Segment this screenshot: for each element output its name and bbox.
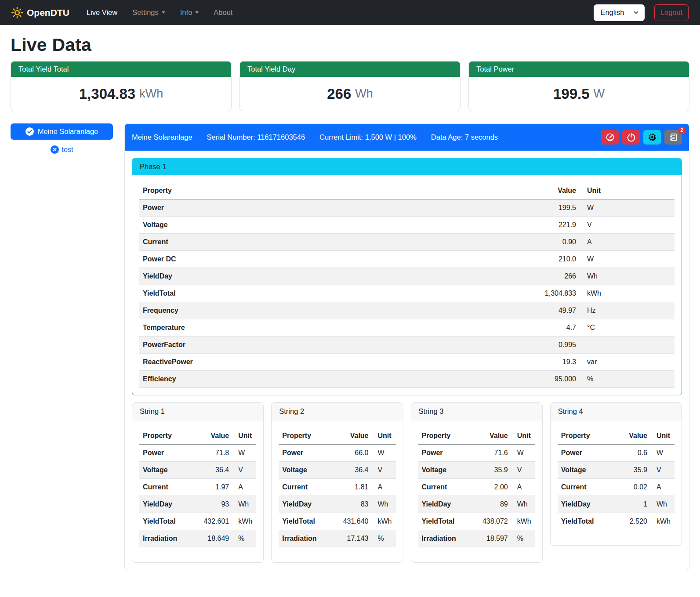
- value-cell: 266: [403, 268, 580, 285]
- table-row: Power199.5W: [139, 199, 675, 217]
- value-cell: 1.81: [331, 479, 372, 496]
- nav-item-about[interactable]: About: [208, 5, 238, 20]
- unit-cell: V: [511, 462, 535, 479]
- phase-1-title: Phase 1: [132, 158, 682, 175]
- unit-cell: kWh: [232, 513, 256, 530]
- limit-settings-button[interactable]: [601, 130, 619, 145]
- device-info-button[interactable]: [643, 130, 661, 145]
- cpu-icon: [648, 133, 657, 142]
- data-age: Data Age: 7 seconds: [431, 133, 498, 141]
- current-limit: Current Limit: 1,500 W | 100%: [319, 133, 417, 141]
- table-row: Current0.90A: [139, 234, 675, 251]
- unit-cell: [580, 336, 675, 354]
- total-yield-total-card: Total Yield Total 1,304.83 kWh: [11, 61, 232, 111]
- inverter-card-header: Meine Solaranlage Serial Number: 1161716…: [125, 124, 689, 151]
- unit-cell: A: [511, 479, 535, 496]
- table-row: YieldDay83Wh: [279, 496, 395, 513]
- property-cell: Current: [418, 479, 471, 496]
- value-column-header: Value: [192, 427, 232, 445]
- property-cell: Voltage: [279, 462, 331, 479]
- property-cell: Power: [139, 199, 403, 217]
- logout-button[interactable]: Logout: [654, 4, 689, 21]
- summary-cards-row: Total Yield Total 1,304.83 kWh Total Yie…: [11, 61, 689, 111]
- string-4-card: String 4 Property Value Unit: [550, 402, 682, 546]
- inverter-name-label: test: [62, 146, 73, 154]
- table-header-row: Property Value Unit: [139, 427, 256, 445]
- value-cell: 71.8: [192, 445, 232, 462]
- total-yield-total-unit: kWh: [139, 87, 163, 101]
- total-yield-total-value: 1,304.83: [79, 86, 135, 102]
- value-cell: 2.00: [470, 479, 511, 496]
- language-value: English: [600, 8, 624, 17]
- unit-cell: Wh: [511, 496, 535, 513]
- table-row: PowerFactor0.995: [139, 336, 675, 354]
- string-4-title: String 4: [551, 403, 682, 420]
- nav-item-live-view[interactable]: Live View: [81, 5, 123, 20]
- value-cell: 199.5: [403, 199, 580, 217]
- unit-cell: A: [232, 479, 256, 496]
- brand[interactable]: OpenDTU: [11, 7, 69, 18]
- string-2-title: String 2: [272, 403, 403, 420]
- unit-cell: %: [580, 371, 675, 388]
- table-header-row: Property Value Unit: [558, 427, 675, 445]
- language-select[interactable]: English: [594, 4, 644, 21]
- property-cell: YieldDay: [558, 496, 615, 513]
- table-row: Current0.02A: [558, 479, 675, 496]
- value-cell: 0.6: [614, 445, 651, 462]
- nav-item-settings[interactable]: Settings: [127, 5, 171, 20]
- page-title: Live Data: [11, 35, 689, 55]
- table-row: Temperature4.7°C: [139, 319, 675, 336]
- property-cell: Irradiation: [139, 530, 192, 547]
- value-cell: 18.649: [192, 530, 232, 547]
- serial-number: Serial Number: 116171603546: [207, 133, 305, 141]
- nav-item-info[interactable]: Info: [174, 5, 205, 20]
- unit-column-header: Unit: [372, 427, 396, 445]
- property-cell: Current: [139, 234, 403, 251]
- total-power-card: Total Power 199.5 W: [468, 61, 689, 111]
- string-1-title: String 1: [132, 403, 263, 420]
- property-cell: Frequency: [139, 302, 403, 319]
- unit-cell: A: [580, 234, 675, 251]
- speedometer-icon: [606, 133, 615, 142]
- value-cell: 93: [192, 496, 232, 513]
- property-cell: Voltage: [139, 462, 192, 479]
- event-count-badge: 2: [678, 127, 686, 134]
- value-cell: 432.601: [192, 513, 232, 530]
- value-cell: 1,304.833: [403, 285, 580, 302]
- inverter-select-link-test[interactable]: test: [11, 145, 113, 154]
- unit-cell: Wh: [372, 496, 396, 513]
- unit-cell: V: [580, 217, 675, 234]
- value-column-header: Value: [403, 182, 580, 199]
- property-cell: Irradiation: [279, 530, 331, 547]
- table-row: YieldTotal432.601kWh: [139, 513, 256, 530]
- inverter-card: Meine Solaranlage Serial Number: 1161716…: [124, 123, 689, 570]
- string-1-table: Property Value Unit Power71.8WVoltage36.…: [139, 427, 256, 547]
- event-log-button[interactable]: 2: [664, 130, 682, 145]
- unit-cell: Wh: [232, 496, 256, 513]
- total-yield-day-card: Total Yield Day 266 Wh: [239, 61, 461, 111]
- value-cell: 89: [470, 496, 511, 513]
- string-3-title: String 3: [411, 403, 542, 420]
- property-cell: ReactivePower: [139, 354, 403, 371]
- unit-cell: W: [232, 445, 256, 462]
- inverter-select-button-active[interactable]: Meine Solaranlage: [11, 123, 113, 140]
- unit-cell: V: [651, 462, 675, 479]
- string-2-table: Property Value Unit Power66.0WVoltage36.…: [279, 427, 395, 547]
- unit-cell: %: [232, 530, 256, 547]
- power-toggle-button[interactable]: [622, 130, 640, 145]
- table-row: Current1.81A: [279, 479, 395, 496]
- sun-icon: [11, 7, 23, 18]
- card-title: Total Power: [469, 62, 689, 77]
- journal-text-icon: [669, 133, 678, 142]
- unit-cell: kWh: [372, 513, 396, 530]
- x-circle-icon: [51, 145, 59, 154]
- card-title: Total Yield Day: [240, 62, 460, 77]
- value-cell: 2.520: [614, 513, 651, 530]
- unit-cell: Hz: [580, 302, 675, 319]
- table-header-row: Property Value Unit: [279, 427, 395, 445]
- table-row: YieldTotal1,304.833kWh: [139, 285, 675, 302]
- property-cell: Efficiency: [139, 371, 403, 388]
- table-row: YieldTotal431.640kWh: [279, 513, 395, 530]
- brand-label: OpenDTU: [27, 7, 69, 18]
- table-row: Voltage36.4V: [279, 462, 395, 479]
